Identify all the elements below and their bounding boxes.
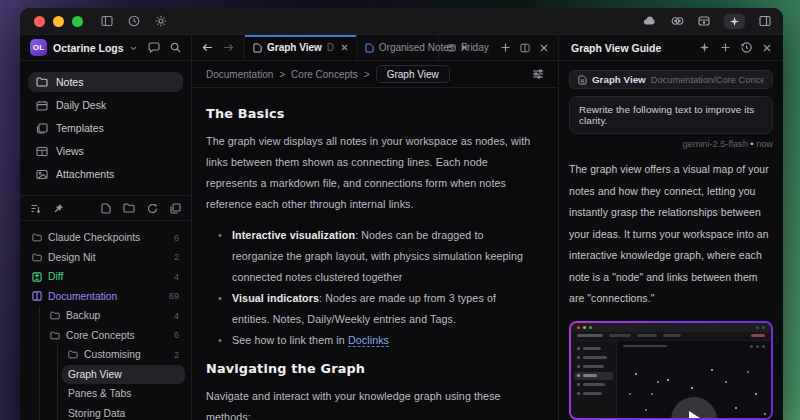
sidebar-item-daily-desk[interactable]: Daily Desk	[28, 95, 183, 115]
tree-item-design-nit[interactable]: Design Nit 2	[26, 248, 185, 268]
forward-icon[interactable]	[223, 43, 234, 52]
versions-icon[interactable]	[671, 15, 684, 27]
tree-item-core-concepts[interactable]: Core Concepts 6	[44, 326, 185, 346]
chevron-down-icon[interactable]	[130, 46, 137, 51]
folder-icon	[50, 331, 60, 340]
tree-item-count: 4	[174, 272, 179, 282]
zoom-window-button[interactable]	[72, 16, 83, 27]
section-heading: Navigating the Graph	[206, 361, 536, 376]
model-meta: gemini-2.5-flash • now	[569, 139, 773, 149]
calendar-icon	[36, 100, 48, 111]
new-tab-icon[interactable]	[501, 43, 510, 52]
history-icon[interactable]	[741, 42, 752, 53]
comments-icon[interactable]	[148, 42, 160, 53]
tab-friday[interactable]: Friday, D	[439, 35, 489, 60]
tab-organised-notes[interactable]: Organised Notes	[357, 35, 439, 60]
tree-item-documentation[interactable]: Documentation 69	[26, 287, 185, 307]
paragraph: Navigate and interact with your knowledg…	[206, 386, 536, 420]
archive-icon[interactable]	[698, 15, 710, 27]
split-view-icon[interactable]	[520, 43, 530, 53]
folder-icon	[32, 233, 42, 242]
minimize-window-button[interactable]	[53, 16, 64, 27]
breadcrumb-separator: >	[364, 69, 370, 80]
panel-left-icon[interactable]	[101, 15, 113, 27]
ai-panel: Graph View Guide Graph View Documentatio…	[558, 35, 783, 420]
close-panel-icon[interactable]	[763, 44, 771, 52]
sidebar-item-templates[interactable]: Templates	[28, 118, 183, 138]
sidebar-item-notes[interactable]: Notes	[28, 72, 183, 92]
calendar-icon	[447, 43, 456, 52]
sidebar-item-label: Daily Desk	[56, 99, 106, 111]
new-folder-icon[interactable]	[123, 203, 135, 213]
close-pane-icon[interactable]	[540, 44, 548, 52]
doclinks-link[interactable]: Doclinks	[348, 334, 389, 347]
tree-item-diff[interactable]: Diff 4	[26, 267, 185, 287]
book-icon	[32, 291, 42, 301]
tree-item-storing-data[interactable]: Storing Data	[62, 404, 185, 420]
tree-item-count: 2	[174, 252, 179, 262]
folder-icon	[32, 253, 42, 262]
timestamp: now	[756, 139, 773, 149]
sparkles-icon[interactable]	[724, 14, 745, 29]
mini-graph-area	[617, 341, 771, 419]
file-icon	[365, 43, 374, 53]
tree-item-count: 6	[174, 330, 179, 340]
cloud-sync-icon[interactable]	[643, 15, 657, 27]
tree-item-panes-tabs[interactable]: Panes & Tabs	[62, 384, 185, 404]
breadcrumb-documentation[interactable]: Documentation	[206, 69, 273, 80]
workspace-logo[interactable]: OL	[30, 39, 47, 56]
tree-item-backup[interactable]: Backup 4	[44, 306, 185, 326]
titlebar	[20, 8, 783, 35]
tree-item-claude-checkpoints[interactable]: Claude Checkpoints 6	[26, 228, 185, 248]
sidebar-nav: Notes Daily Desk Templates Views Attachm…	[20, 61, 191, 195]
breadcrumb-core-concepts[interactable]: Core Concepts	[291, 69, 358, 80]
sort-icon[interactable]	[30, 203, 41, 214]
ai-sparkle-icon[interactable]	[699, 42, 710, 53]
back-icon[interactable]	[202, 43, 213, 52]
new-chat-icon[interactable]	[721, 43, 730, 52]
breadcrumb-separator: >	[279, 69, 285, 80]
breadcrumb: Documentation > Core Concepts > Graph Vi…	[192, 61, 558, 88]
note-content[interactable]: The Basics The graph view displays all n…	[192, 88, 558, 420]
sidebar-item-views[interactable]: Views	[28, 141, 183, 161]
bullet-item: See how to link them in Doclinks	[216, 330, 536, 351]
ai-response-text: The graph view offers a visual map of yo…	[569, 159, 773, 310]
collapse-all-icon[interactable]	[170, 203, 181, 214]
theme-icon[interactable]	[155, 15, 167, 27]
new-note-icon[interactable]	[101, 203, 111, 214]
view-options-icon[interactable]	[532, 69, 544, 79]
panel-right-icon[interactable]	[759, 15, 771, 27]
traffic-lights	[34, 16, 83, 27]
close-window-button[interactable]	[34, 16, 45, 27]
sidebar-item-label: Views	[56, 145, 84, 157]
tree-item-label: Documentation	[48, 291, 117, 302]
search-icon[interactable]	[170, 42, 181, 53]
context-chip[interactable]: Graph View Documentation/Core Concepts	[569, 70, 773, 89]
tree-item-graph-view[interactable]: Graph View	[62, 365, 185, 385]
pin-icon[interactable]	[53, 203, 64, 214]
workspace-name[interactable]: Octarine Logs	[53, 42, 124, 54]
tree-item-label: Storing Data	[68, 408, 125, 419]
folder-icon	[36, 77, 48, 87]
video-thumbnail	[571, 323, 771, 419]
editor-pane: Graph View Documentation Organised Notes…	[192, 35, 558, 420]
sidebar-item-attachments[interactable]: Attachments	[28, 164, 183, 184]
tree-item-label: Core Concepts	[66, 330, 135, 341]
file-tree: Claude Checkpoints 6 Design Nit 2 Diff 4…	[20, 221, 191, 420]
tab-graph-view[interactable]: Graph View Documentation	[244, 35, 357, 60]
tree-item-label: Design Nit	[48, 252, 96, 263]
tree-item-count: 6	[174, 233, 179, 243]
file-icon	[253, 43, 262, 53]
sidebar-item-label: Attachments	[56, 168, 114, 180]
tree-item-label: Panes & Tabs	[68, 388, 131, 399]
note-title-input[interactable]: Graph View	[376, 65, 450, 83]
clock-icon[interactable]	[128, 15, 140, 27]
folder-icon	[68, 350, 78, 359]
sync-icon[interactable]	[147, 203, 158, 214]
tree-item-customising[interactable]: Customising 2	[62, 345, 185, 365]
play-button[interactable]	[671, 397, 717, 419]
graph-nodes	[617, 341, 619, 343]
tab-close-icon[interactable]	[341, 44, 348, 51]
app-window: OL Octarine Logs Notes Daily Desk	[20, 8, 783, 420]
video-preview[interactable]	[569, 321, 773, 420]
